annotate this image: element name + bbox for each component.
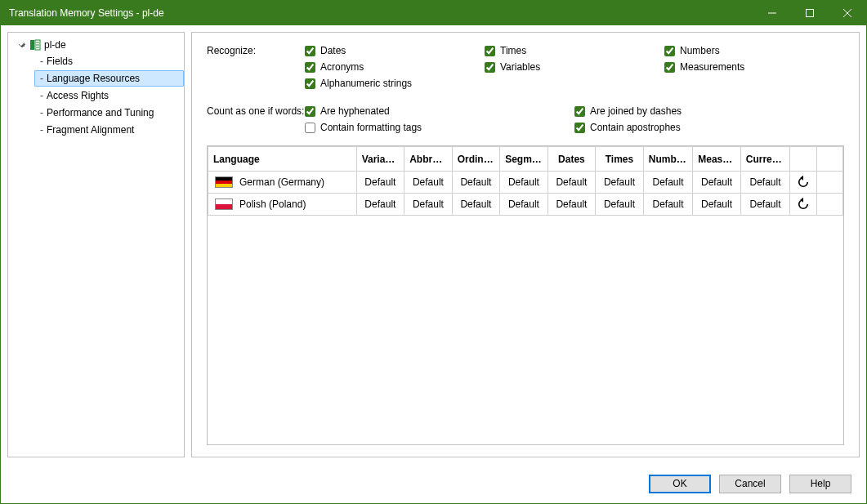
value-cell[interactable]: Default bbox=[452, 172, 500, 194]
chk-alphanumeric-input[interactable] bbox=[305, 78, 315, 89]
value-cell[interactable]: Default bbox=[693, 194, 741, 216]
svg-rect-1 bbox=[807, 10, 814, 17]
window-buttons bbox=[753, 1, 866, 25]
chk-numbers-input[interactable] bbox=[664, 46, 675, 56]
reset-cell[interactable] bbox=[790, 194, 816, 216]
close-button[interactable] bbox=[829, 1, 866, 25]
column-header[interactable]: Language bbox=[208, 147, 357, 172]
value-cell[interactable]: Default bbox=[356, 194, 404, 216]
chk-numbers[interactable]: Numbers bbox=[664, 44, 844, 57]
svg-rect-4 bbox=[30, 40, 34, 50]
column-header[interactable]: Segme... bbox=[500, 147, 548, 172]
chk-alphanumeric[interactable]: Alphanumeric strings bbox=[305, 77, 485, 90]
column-header[interactable]: Numbers bbox=[643, 147, 693, 172]
value-cell[interactable]: Default bbox=[547, 172, 596, 194]
chk-formatting-tags-label: Contain formatting tags bbox=[320, 122, 422, 133]
value-cell[interactable]: Default bbox=[404, 194, 453, 216]
value-cell[interactable]: Default bbox=[500, 172, 548, 194]
maximize-button[interactable] bbox=[791, 1, 829, 25]
reset-cell[interactable] bbox=[790, 172, 816, 194]
value-cell[interactable]: Default bbox=[740, 172, 790, 194]
tree-item-label: Performance and Tuning bbox=[47, 107, 154, 118]
chk-formatting-tags[interactable]: Contain formatting tags bbox=[305, 121, 574, 134]
chk-acronyms[interactable]: Acronyms bbox=[305, 60, 485, 74]
tree-item-fields[interactable]: -Fields bbox=[34, 53, 184, 69]
column-header[interactable]: Abbrev... bbox=[404, 147, 453, 172]
ok-button[interactable]: OK bbox=[649, 475, 711, 493]
column-header[interactable]: Currency bbox=[740, 147, 790, 172]
column-header[interactable]: Ordinal... bbox=[452, 147, 500, 172]
value-cell[interactable]: Default bbox=[404, 172, 453, 194]
chk-acronyms-input[interactable] bbox=[305, 62, 315, 73]
tree-item-bullet-icon: - bbox=[40, 90, 43, 101]
chk-measurements-input[interactable] bbox=[664, 62, 675, 73]
tree-item-access-rights[interactable]: -Access Rights bbox=[34, 87, 184, 104]
reset-icon[interactable] bbox=[790, 172, 816, 193]
chk-joined-dashes-input[interactable] bbox=[574, 106, 585, 117]
value-cell-text: Default bbox=[357, 198, 404, 210]
collapse-caret-icon[interactable] bbox=[18, 41, 26, 49]
chk-hyphenated-label: Are hyphenated bbox=[320, 105, 390, 117]
tree-item-bullet-icon: - bbox=[40, 124, 43, 136]
value-cell-text: Default bbox=[596, 198, 643, 210]
column-header[interactable]: Times bbox=[596, 147, 644, 172]
table-row[interactable]: Polish (Poland)DefaultDefaultDefaultDefa… bbox=[208, 194, 843, 216]
value-cell[interactable]: Default bbox=[500, 194, 548, 216]
value-cell[interactable]: Default bbox=[643, 172, 693, 194]
chk-apostrophes-input[interactable] bbox=[574, 123, 585, 133]
chk-variables-input[interactable] bbox=[485, 62, 495, 73]
column-header[interactable]: Dates bbox=[547, 147, 596, 172]
chk-hyphenated-input[interactable] bbox=[305, 106, 315, 117]
value-cell-text: Default bbox=[596, 176, 643, 188]
value-cell[interactable]: Default bbox=[356, 172, 404, 194]
chk-numbers-label: Numbers bbox=[680, 45, 720, 56]
tree-root-node[interactable]: pl-de bbox=[8, 38, 184, 52]
chk-dates[interactable]: Dates bbox=[305, 44, 485, 57]
chk-variables[interactable]: Variables bbox=[485, 60, 664, 74]
tree-item-bullet-icon: - bbox=[40, 56, 43, 67]
chk-times[interactable]: Times bbox=[485, 44, 664, 57]
chk-joined-dashes[interactable]: Are joined by dashes bbox=[574, 105, 844, 118]
tree-item-language-resources[interactable]: -Language Resources bbox=[34, 70, 184, 87]
language-name: German (Germany) bbox=[239, 176, 324, 188]
minimize-button[interactable] bbox=[753, 1, 791, 25]
tree-root-label: pl-de bbox=[44, 39, 66, 51]
value-cell[interactable]: Default bbox=[596, 172, 644, 194]
tree-item-performance-and-tuning[interactable]: -Performance and Tuning bbox=[34, 105, 184, 121]
tree-item-label: Language Resources bbox=[47, 73, 140, 84]
main-panel: Recognize: Dates Times Numbers Acronyms … bbox=[191, 32, 860, 457]
language-cell[interactable]: German (Germany) bbox=[208, 172, 357, 194]
language-cell[interactable]: Polish (Poland) bbox=[208, 194, 357, 216]
value-cell[interactable]: Default bbox=[596, 194, 644, 216]
value-cell[interactable]: Default bbox=[452, 194, 500, 216]
count-grid: Count as one if words: Are hyphenated Ar… bbox=[207, 105, 844, 134]
column-header[interactable]: Measur... bbox=[693, 147, 741, 172]
column-header[interactable]: Variabl... bbox=[356, 147, 404, 172]
window-title: Translation Memory Settings - pl-de bbox=[9, 7, 753, 19]
reset-icon[interactable] bbox=[790, 194, 816, 215]
tree-item-fragment-alignment[interactable]: -Fragment Alignment bbox=[34, 122, 184, 138]
table-row[interactable]: German (Germany)DefaultDefaultDefaultDef… bbox=[208, 172, 843, 194]
value-cell-text: Default bbox=[453, 198, 500, 210]
recognize-label: Recognize: bbox=[207, 44, 305, 56]
chk-measurements[interactable]: Measurements bbox=[664, 60, 844, 74]
chk-dates-input[interactable] bbox=[305, 46, 315, 56]
help-button[interactable]: Help bbox=[789, 475, 851, 493]
chk-formatting-tags-input[interactable] bbox=[305, 123, 315, 133]
chk-apostrophes-label: Contain apostrophes bbox=[590, 122, 681, 133]
value-cell-text: Default bbox=[644, 198, 693, 210]
value-cell[interactable]: Default bbox=[547, 194, 596, 216]
chk-times-input[interactable] bbox=[485, 46, 495, 56]
value-cell[interactable]: Default bbox=[643, 194, 693, 216]
value-cell-text: Default bbox=[741, 198, 790, 210]
cancel-button[interactable]: Cancel bbox=[719, 475, 781, 493]
table-body: German (Germany)DefaultDefaultDefaultDef… bbox=[208, 172, 843, 216]
value-cell[interactable]: Default bbox=[693, 172, 741, 194]
value-cell-text: Default bbox=[693, 176, 740, 188]
value-cell[interactable]: Default bbox=[740, 194, 790, 216]
chk-joined-dashes-label: Are joined by dashes bbox=[590, 105, 682, 117]
flag-icon bbox=[215, 198, 233, 210]
content-area: pl-de -Fields-Language Resources-Access … bbox=[1, 25, 866, 464]
chk-hyphenated[interactable]: Are hyphenated bbox=[305, 105, 574, 118]
chk-apostrophes[interactable]: Contain apostrophes bbox=[574, 121, 844, 134]
